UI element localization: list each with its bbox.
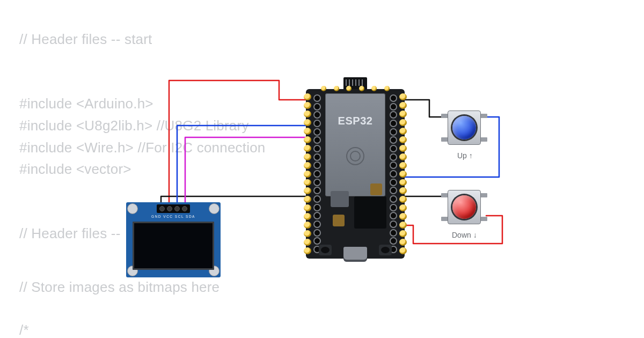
oled-mount-hole (209, 203, 219, 214)
esp32-component (331, 191, 349, 207)
esp32-board[interactable]: ESP32 (306, 89, 405, 259)
code-line-8: /* (19, 322, 29, 338)
button-up-label: Up ↑ (457, 151, 473, 160)
oled-display-module[interactable]: GND VCC SCL SDA (126, 202, 221, 277)
esp32-boot-button[interactable] (319, 245, 332, 255)
espressif-logo-icon (346, 147, 364, 165)
esp32-pins-left-inner (313, 94, 321, 253)
code-line-6: // Header files -- (19, 225, 121, 242)
button-down-label: Down ↓ (452, 231, 477, 239)
code-line-7: // Store images as bitmaps here (19, 279, 219, 296)
esp32-pins-left-gold (304, 93, 311, 254)
oled-mount-hole (127, 203, 138, 214)
pushbutton-down[interactable] (442, 187, 486, 227)
code-line-3: #include <U8g2lib.h> //U8G2 Library (19, 117, 249, 134)
wire-oled-scl (177, 126, 309, 204)
code-line-5: #include <vector> (19, 161, 131, 178)
code-line-4: #include <Wire.h> //For I2C connection (19, 139, 266, 156)
esp32-pins-right-gold (399, 93, 407, 254)
pushbutton-cap-blue[interactable] (452, 116, 476, 139)
wire-btn-up-gnd (402, 100, 443, 117)
esp32-mcu-chip (354, 196, 386, 229)
esp32-component (333, 215, 345, 226)
oled-screen (133, 222, 214, 270)
diagram-canvas: // Header files -- start #include <Ardui… (0, 0, 644, 338)
esp32-component (370, 183, 382, 195)
oled-pin-labels: GND VCC SCL SDA (151, 215, 195, 218)
pushbutton-up[interactable] (442, 107, 486, 148)
esp32-chip-label: ESP32 (338, 115, 373, 127)
code-line-2: #include <Arduino.h> (19, 95, 153, 112)
esp32-reset-button[interactable] (379, 245, 392, 255)
esp32-metal-shield: ESP32 (325, 93, 385, 196)
esp32-pins-right-inner (390, 94, 397, 253)
oled-pin-header (157, 204, 190, 213)
code-line-1: // Header files -- start (19, 31, 152, 48)
esp32-micro-usb (343, 247, 367, 262)
pushbutton-cap-red[interactable] (452, 195, 476, 219)
